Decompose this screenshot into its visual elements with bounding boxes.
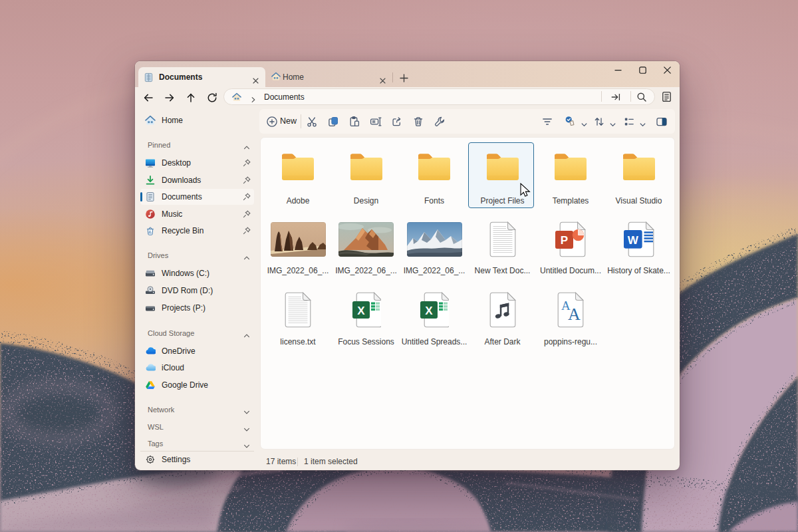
svg-text:X: X: [425, 304, 433, 317]
svg-text:W: W: [627, 233, 638, 246]
svg-text:A: A: [568, 305, 581, 324]
svg-text:P: P: [561, 234, 568, 247]
svg-text:X: X: [357, 304, 365, 317]
